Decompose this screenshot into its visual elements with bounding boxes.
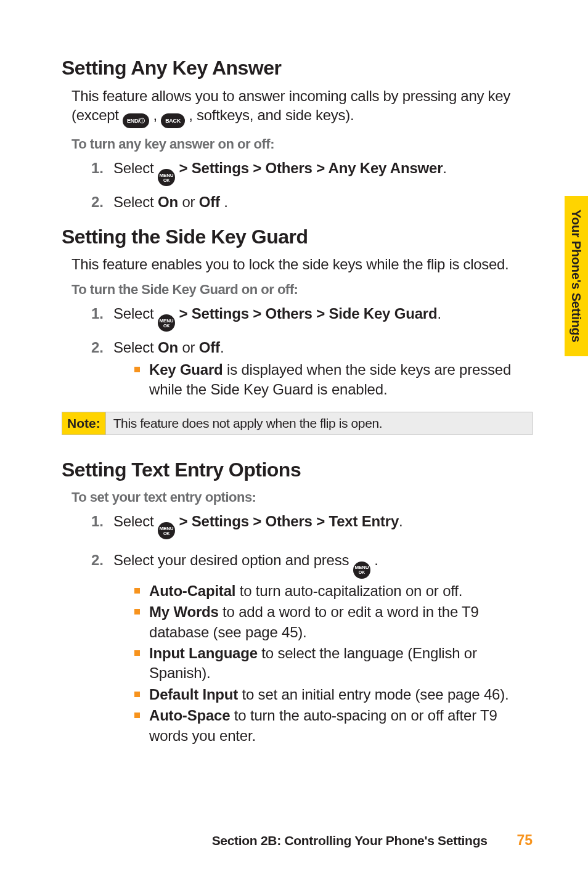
menu-ok-icon-l1: MENU	[160, 173, 174, 178]
menu-ok-icon-l1: MENU	[354, 565, 369, 570]
sec1-intro-p2: ,	[153, 107, 161, 123]
note-body: This feature does not apply when the fli…	[106, 412, 532, 434]
sec2-step2: 2. Select On or Off. Key Guard is displa…	[91, 338, 533, 401]
note-label: Note:	[62, 412, 106, 434]
sec3-step1: 1. Select MENU OK > Settings > Others > …	[91, 512, 533, 540]
sec3-step2: 2. Select your desired option and press …	[91, 550, 533, 747]
sec2-step2-or: or	[178, 339, 199, 356]
back-key-icon: BACK	[161, 113, 185, 128]
menu-ok-icon: MENU OK	[353, 561, 370, 579]
sec3-bullet1: Auto-Capital to turn auto-capitalization…	[134, 581, 533, 601]
sec3-step2-pre: Select your desired option and press	[113, 552, 353, 568]
step-number: 2.	[91, 550, 113, 747]
sec2-step2-a: Select	[113, 339, 158, 356]
page-content: Setting Any Key Answer This feature allo…	[0, 0, 588, 882]
sec3-b5a: Auto-Space	[149, 707, 230, 724]
sec2-subheading: To turn the Side Key Guard on or off:	[71, 281, 533, 299]
step-number: 2.	[91, 192, 113, 211]
sec2-step1-path: > Settings > Others > Side Key Guard	[179, 305, 437, 322]
sec1-step1-post: .	[443, 160, 446, 176]
sec3-step1-path: > Settings > Others > Text Entry	[179, 513, 399, 529]
menu-ok-icon-l2: OK	[163, 178, 169, 182]
sec3-step1-pre: Select	[113, 513, 158, 529]
menu-ok-icon-l1: MENU	[160, 319, 174, 324]
menu-ok-icon: MENU OK	[158, 169, 175, 186]
sec2-step1: 1. Select MENU OK > Settings > Others > …	[91, 304, 533, 332]
sec3-subheading: To set your text entry options:	[71, 489, 533, 507]
side-tab-label: Your Phone's Settings	[568, 210, 584, 342]
sec3-b3a: Input Language	[149, 645, 258, 661]
step-number: 1.	[91, 158, 113, 187]
sec3-b2a: My Words	[149, 603, 219, 620]
sec1-step1: 1. Select MENU OK > Settings > Others > …	[91, 158, 533, 187]
sec3-bullet2: My Words to add a word to or edit a word…	[134, 602, 533, 642]
sec2-note: Note: This feature does not apply when t…	[62, 412, 533, 435]
sec1-subheading: To turn any key answer on or off:	[71, 136, 533, 153]
sec2-step1-pre: Select	[113, 305, 158, 322]
sec2-steps: 1. Select MENU OK > Settings > Others > …	[91, 304, 533, 401]
sec1-step2-a: Select	[113, 194, 158, 210]
sec1-step2-or: or	[178, 194, 199, 210]
sec1-step2-on: On	[158, 194, 178, 210]
sec3-b4b: to set an initial entry mode (see page 4…	[238, 686, 508, 703]
sec2-step1-post: .	[437, 305, 441, 322]
sec3-step1-post: .	[399, 513, 402, 529]
sec1-step1-pre: Select	[113, 160, 158, 176]
section-side-tab: Your Phone's Settings	[565, 196, 588, 356]
sec3-bullet3: Input Language to select the language (E…	[134, 643, 533, 684]
sec2-bullet1: Key Guard is displayed when the side key…	[134, 360, 533, 400]
sec2-step2-post: .	[220, 339, 224, 356]
menu-ok-icon-l2: OK	[359, 570, 365, 574]
sec3-step2-post: .	[374, 552, 378, 568]
menu-ok-icon-l2: OK	[163, 531, 169, 536]
menu-ok-icon: MENU OK	[158, 314, 175, 332]
sec1-step1-path: > Settings > Others > Any Key Answer	[179, 160, 443, 176]
end-key-icon: END/Ⓘ	[123, 113, 149, 128]
sec2-intro: This feature enables you to lock the sid…	[71, 255, 533, 274]
sec1-intro: This feature allows you to answer incomi…	[71, 86, 533, 129]
sec1-intro-p3: , softkeys, and side keys).	[189, 107, 354, 123]
sec2-heading: Setting the Side Key Guard	[62, 224, 533, 250]
page-footer: Section 2B: Controlling Your Phone's Set…	[0, 831, 588, 850]
page-number: 75	[517, 832, 533, 848]
sec1-step2-post: .	[220, 194, 228, 210]
sec3-bullet5: Auto-Space to turn the auto-spacing on o…	[134, 706, 533, 746]
sec3-b1a: Auto-Capital	[149, 582, 235, 599]
sec3-steps: 1. Select MENU OK > Settings > Others > …	[91, 512, 533, 747]
sec2-bullet1-a: Key Guard	[149, 361, 223, 378]
sec2-step2-off: Off	[199, 339, 220, 356]
sec2-step2-bullets: Key Guard is displayed when the side key…	[134, 360, 533, 400]
sec1-step2: 2. Select On or Off .	[91, 192, 533, 211]
footer-text: Section 2B: Controlling Your Phone's Set…	[212, 833, 488, 847]
menu-ok-icon-l2: OK	[163, 324, 169, 328]
sec3-b4a: Default Input	[149, 686, 238, 703]
sec3-b1b: to turn auto-capitalization on or off.	[235, 582, 462, 599]
step-number: 1.	[91, 304, 113, 332]
menu-ok-icon-l1: MENU	[160, 526, 174, 531]
sec1-heading: Setting Any Key Answer	[62, 55, 533, 81]
menu-ok-icon: MENU OK	[158, 522, 175, 539]
sec3-bullet4: Default Input to set an initial entry mo…	[134, 685, 533, 704]
sec1-steps: 1. Select MENU OK > Settings > Others > …	[91, 158, 533, 212]
sec2-step2-on: On	[158, 339, 178, 356]
sec3-heading: Setting Text Entry Options	[62, 457, 533, 483]
sec3-step2-bullets: Auto-Capital to turn auto-capitalization…	[134, 581, 533, 746]
step-number: 1.	[91, 512, 113, 540]
sec1-step2-off: Off	[199, 194, 220, 210]
step-number: 2.	[91, 338, 113, 401]
